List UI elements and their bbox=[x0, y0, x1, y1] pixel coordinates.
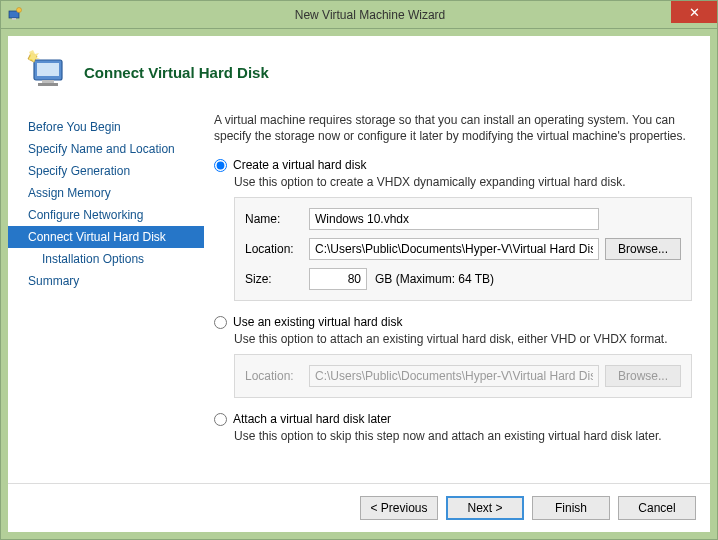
existing-location-label: Location: bbox=[245, 369, 303, 383]
nav-installation-options[interactable]: Installation Options bbox=[8, 248, 204, 270]
intro-text: A virtual machine requires storage so th… bbox=[214, 112, 692, 144]
option-use-existing-desc: Use this option to attach an existing vi… bbox=[234, 332, 692, 346]
radio-attach-later[interactable] bbox=[214, 413, 227, 426]
nav-summary[interactable]: Summary bbox=[8, 270, 204, 292]
browse-button[interactable]: Browse... bbox=[605, 238, 681, 260]
previous-button[interactable]: < Previous bbox=[360, 496, 438, 520]
app-icon bbox=[7, 7, 23, 23]
location-input[interactable] bbox=[309, 238, 599, 260]
radio-create-disk[interactable] bbox=[214, 159, 227, 172]
size-input[interactable] bbox=[309, 268, 367, 290]
wizard-main: A virtual machine requires storage so th… bbox=[204, 108, 692, 483]
nav-configure-networking[interactable]: Configure Networking bbox=[8, 204, 204, 226]
option-use-existing: Use an existing virtual hard disk Use th… bbox=[214, 315, 692, 398]
option-create-disk: Create a virtual hard disk Use this opti… bbox=[214, 158, 692, 301]
svg-point-2 bbox=[17, 7, 22, 12]
wizard-sidebar: Before You Begin Specify Name and Locati… bbox=[8, 108, 204, 483]
existing-location-input bbox=[309, 365, 599, 387]
size-unit-label: GB (Maximum: 64 TB) bbox=[375, 272, 494, 286]
create-disk-fieldset: Name: Location: Browse... Size: GB (Maxi… bbox=[234, 197, 692, 301]
radio-use-existing-label: Use an existing virtual hard disk bbox=[233, 315, 402, 329]
option-attach-later-desc: Use this option to skip this step now an… bbox=[234, 429, 692, 443]
location-label: Location: bbox=[245, 242, 303, 256]
next-button[interactable]: Next > bbox=[446, 496, 524, 520]
name-label: Name: bbox=[245, 212, 303, 226]
nav-specify-name-location[interactable]: Specify Name and Location bbox=[8, 138, 204, 160]
size-label: Size: bbox=[245, 272, 303, 286]
page-title: Connect Virtual Hard Disk bbox=[84, 64, 269, 81]
close-button[interactable]: ✕ bbox=[671, 1, 717, 23]
cancel-button[interactable]: Cancel bbox=[618, 496, 696, 520]
svg-rect-1 bbox=[12, 18, 16, 20]
wizard-header-icon bbox=[26, 50, 70, 94]
svg-rect-5 bbox=[42, 80, 54, 83]
wizard-header: Connect Virtual Hard Disk bbox=[8, 36, 710, 108]
svg-rect-4 bbox=[37, 63, 59, 76]
option-create-desc: Use this option to create a VHDX dynamic… bbox=[234, 175, 692, 189]
finish-button[interactable]: Finish bbox=[532, 496, 610, 520]
name-input[interactable] bbox=[309, 208, 599, 230]
nav-before-you-begin[interactable]: Before You Begin bbox=[8, 116, 204, 138]
nav-connect-virtual-hard-disk[interactable]: Connect Virtual Hard Disk bbox=[8, 226, 204, 248]
nav-specify-generation[interactable]: Specify Generation bbox=[8, 160, 204, 182]
radio-create-disk-label: Create a virtual hard disk bbox=[233, 158, 366, 172]
existing-browse-button: Browse... bbox=[605, 365, 681, 387]
titlebar: New Virtual Machine Wizard ✕ bbox=[1, 1, 717, 29]
window-title: New Virtual Machine Wizard bbox=[23, 8, 717, 22]
close-icon: ✕ bbox=[689, 6, 700, 19]
option-attach-later: Attach a virtual hard disk later Use thi… bbox=[214, 412, 692, 443]
use-existing-fieldset: Location: Browse... bbox=[234, 354, 692, 398]
nav-assign-memory[interactable]: Assign Memory bbox=[8, 182, 204, 204]
radio-attach-later-label: Attach a virtual hard disk later bbox=[233, 412, 391, 426]
wizard-footer: < Previous Next > Finish Cancel bbox=[8, 483, 710, 532]
radio-use-existing[interactable] bbox=[214, 316, 227, 329]
svg-rect-6 bbox=[38, 83, 58, 86]
